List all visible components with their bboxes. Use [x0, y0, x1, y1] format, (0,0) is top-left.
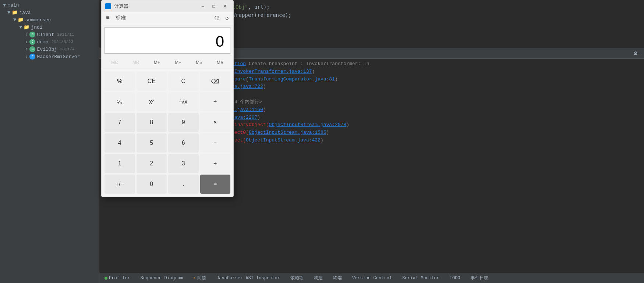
- status-label: TODO: [450, 276, 460, 281]
- minimize-icon[interactable]: −: [638, 50, 641, 56]
- status-build[interactable]: 构建: [312, 275, 325, 281]
- gear-icon[interactable]: ⚙: [634, 50, 637, 57]
- window-minimize-button[interactable]: −: [198, 2, 208, 10]
- tree-label: main: [7, 3, 19, 8]
- four-button[interactable]: 4: [105, 133, 135, 153]
- square-button[interactable]: x²: [137, 92, 167, 111]
- memory-add-button[interactable]: M+: [147, 57, 167, 68]
- calculator-display: 0: [105, 27, 230, 54]
- clear-button[interactable]: C: [168, 72, 199, 91]
- status-dependencies[interactable]: 依赖项: [288, 275, 306, 281]
- subtract-button[interactable]: −: [200, 133, 231, 153]
- two-button[interactable]: 2: [137, 154, 167, 173]
- tree-item-jndi[interactable]: ▼ 📁 jndi: [0, 24, 99, 31]
- status-label: 终端: [333, 275, 342, 281]
- tree-item-summersec[interactable]: ▼ 📁 summersec: [0, 16, 99, 24]
- tree-label: EvilObj: [37, 47, 57, 52]
- add-button[interactable]: +: [200, 154, 231, 173]
- tree-item-demo[interactable]: › C demo 2021/8/23: [0, 38, 99, 46]
- hamburger-menu-icon[interactable]: ≡: [106, 15, 110, 21]
- calculator-window: 计算器 − □ ✕ ≡ 标准 犯 ↺ 0 MC MR M+ M− MS M∨ %…: [101, 0, 234, 197]
- folder-icon-shape: 📁: [18, 17, 24, 23]
- backspace-button[interactable]: ⌫: [200, 72, 231, 91]
- status-label: Version Control: [352, 276, 392, 281]
- calculator-app-icon: [105, 3, 111, 9]
- java-class-icon: C: [29, 46, 35, 52]
- status-serial[interactable]: Serial Monitor: [400, 276, 442, 281]
- multiply-button[interactable]: ×: [200, 113, 231, 132]
- file-tree: ▼ main ▼ 📁 java ▼ 📁 summersec ▼ 📁 jndi ›…: [0, 0, 99, 283]
- status-label: 问题: [197, 275, 206, 281]
- status-label: Sequence Diagram: [141, 276, 183, 281]
- status-bar: Profiler Sequence Diagram ⚠ 问题 JavaParse…: [99, 273, 644, 283]
- status-todo[interactable]: TODO: [447, 276, 463, 281]
- status-label: 依赖项: [290, 275, 304, 281]
- calculator-titlebar: 计算器 − □ ✕: [102, 0, 233, 12]
- six-button[interactable]: 6: [168, 133, 199, 153]
- decimal-button[interactable]: .: [168, 175, 199, 194]
- status-dot-icon: [105, 277, 107, 280]
- status-profiler[interactable]: Profiler: [102, 276, 132, 281]
- window-close-button[interactable]: ✕: [220, 2, 230, 10]
- calculator-mode-label: 标准: [116, 15, 209, 21]
- zero-button[interactable]: 0: [137, 175, 167, 194]
- tree-item-client[interactable]: › C Client 2021/11: [0, 31, 99, 38]
- fraction-icon: 犯: [215, 15, 219, 21]
- calculator-menu: ≡ 标准 犯 ↺: [102, 12, 233, 24]
- seven-button[interactable]: 7: [105, 113, 135, 132]
- calculator-value: 0: [216, 33, 224, 50]
- equals-button[interactable]: =: [200, 175, 231, 194]
- tree-item-main[interactable]: ▼ main: [0, 1, 99, 9]
- folder-icon: ▼: [7, 10, 10, 15]
- memory-subtract-button[interactable]: M−: [168, 57, 188, 68]
- tree-label: summersec: [25, 17, 51, 23]
- tree-item-java[interactable]: ▼ 📁 java: [0, 9, 99, 16]
- status-javaparser[interactable]: JavaParser AST Inspector: [214, 276, 282, 281]
- status-label: Profiler: [109, 276, 130, 281]
- date-label: 2021/8/23: [52, 40, 73, 44]
- window-restore-button[interactable]: □: [209, 2, 219, 10]
- expand-icon: ›: [25, 39, 28, 45]
- tree-label: jndi: [31, 25, 42, 30]
- history-icon[interactable]: ↺: [225, 14, 229, 22]
- status-sequence[interactable]: Sequence Diagram: [138, 276, 185, 281]
- one-button[interactable]: 1: [105, 154, 135, 173]
- status-terminal[interactable]: 终端: [331, 275, 344, 281]
- expand-icon: ›: [25, 46, 28, 52]
- expand-icon: ›: [25, 54, 28, 60]
- status-problems[interactable]: ⚠ 问题: [191, 275, 208, 281]
- tree-label: Client: [37, 32, 54, 37]
- tree-item-hackerrmiserver[interactable]: › C HackerRmiServer: [0, 53, 99, 60]
- status-label: JavaParser AST Inspector: [216, 276, 280, 281]
- memory-dropdown-button[interactable]: M∨: [210, 57, 230, 68]
- divide-button[interactable]: ÷: [200, 92, 231, 111]
- tree-label: java: [19, 10, 31, 15]
- clear-entry-button[interactable]: CE: [137, 72, 167, 91]
- sqrt-button[interactable]: ²√x: [168, 92, 199, 111]
- status-vcs[interactable]: Version Control: [350, 276, 394, 281]
- status-eventlog[interactable]: 事件日志: [468, 275, 491, 281]
- tree-item-evilobj[interactable]: › C EvilObj 2021/4: [0, 46, 99, 53]
- five-button[interactable]: 5: [137, 133, 167, 153]
- folder-icon: ▼: [13, 17, 16, 23]
- expand-icon: ›: [25, 32, 28, 37]
- status-label: Serial Monitor: [402, 276, 439, 281]
- date-label: 2021/11: [57, 32, 74, 37]
- folder-icon: ▼: [3, 2, 6, 8]
- three-button[interactable]: 3: [168, 154, 199, 173]
- folder-icon-shape: 📁: [24, 24, 29, 30]
- java-class-icon: C: [29, 39, 35, 45]
- folder-icon-shape: 📁: [12, 10, 18, 15]
- window-controls: − □ ✕: [198, 2, 230, 10]
- memory-store-button[interactable]: MS: [189, 57, 209, 68]
- memory-clear-button[interactable]: MC: [105, 57, 125, 68]
- eight-button[interactable]: 8: [137, 113, 167, 132]
- negate-button[interactable]: +/−: [105, 175, 135, 194]
- reciprocal-button[interactable]: ¹⁄ₓ: [105, 92, 135, 111]
- nine-button[interactable]: 9: [168, 113, 199, 132]
- memory-recall-button[interactable]: MR: [125, 57, 146, 68]
- tree-label: HackerRmiServer: [37, 54, 80, 60]
- percent-button[interactable]: %: [105, 72, 135, 91]
- status-label: 构建: [314, 275, 323, 281]
- tree-label: demo: [37, 39, 48, 45]
